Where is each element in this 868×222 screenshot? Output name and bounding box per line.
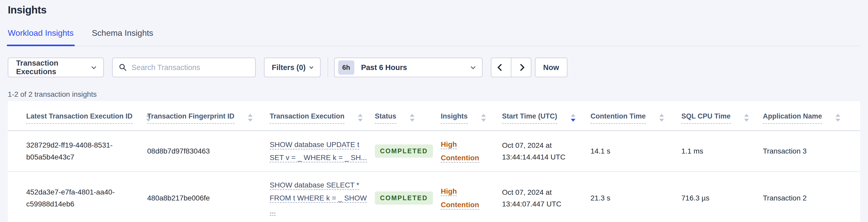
status-badge: COMPLETED <box>375 145 433 158</box>
column-header-application-name[interactable]: Application Name <box>763 101 860 131</box>
time-range-dropdown[interactable]: 6h Past 6 Hours <box>334 58 483 77</box>
insights-table-card: Latest Transaction Execution ID Transact… <box>8 101 860 222</box>
insights-tabs: Workload Insights Schema Insights <box>8 28 860 46</box>
cell-execution-id: 452da3e7-e7fa-4801-aa40- c59988d14eb6 <box>8 172 147 222</box>
chevron-right-icon <box>517 64 525 71</box>
statement-link[interactable]: SHOW database SELECT * <box>270 181 359 190</box>
sort-icon <box>358 114 363 122</box>
status-badge: COMPLETED <box>375 191 433 204</box>
cell-fingerprint-id: 480a8b217be006fe <box>147 172 270 222</box>
transaction-insights-table: Latest Transaction Execution ID Transact… <box>8 101 860 222</box>
previous-time-range-button[interactable] <box>491 58 512 77</box>
statement-link[interactable]: SET v = _ WHERE k = _ SH... <box>270 154 367 162</box>
chevron-down-icon <box>471 64 475 69</box>
column-header-status[interactable]: Status <box>375 101 441 131</box>
cell-application-name: Transaction 2 <box>763 172 860 222</box>
cell-contention-time: 14.1 s <box>591 131 681 172</box>
column-header-start-time[interactable]: Start Time (UTC) <box>502 101 591 131</box>
table-row: 328729d2-ff19-4408-8531- b05a5b4e43c7 08… <box>8 131 860 172</box>
time-range-pager <box>491 58 531 77</box>
page-title: Insights <box>8 0 860 16</box>
search-box[interactable] <box>112 58 256 77</box>
toolbar: Transaction Executions Filters (0) 6h Pa… <box>8 58 860 77</box>
results-summary: 1-2 of 2 transaction insights <box>8 90 860 99</box>
cell-insights: High Contention <box>441 172 502 222</box>
search-input[interactable] <box>132 63 249 72</box>
now-button-label: Now <box>543 63 559 72</box>
cell-status: COMPLETED <box>375 172 441 222</box>
column-header-contention-time[interactable]: Contention Time <box>591 101 681 131</box>
sort-icon <box>410 114 414 122</box>
chevron-down-icon <box>309 65 313 69</box>
tab-schema-insights[interactable]: Schema Insights <box>92 28 153 45</box>
column-header-sql-cpu-time[interactable]: SQL CPU Time <box>681 101 763 131</box>
cell-sql-cpu-time: 716.3 µs <box>681 172 763 222</box>
cell-transaction-execution: SHOW database UPDATE t SET v = _ WHERE k… <box>270 131 375 172</box>
cell-insights: High Contention <box>441 131 502 172</box>
next-time-range-button[interactable] <box>511 58 531 77</box>
cell-status: COMPLETED <box>375 131 441 172</box>
workload-type-dropdown-label: Transaction Executions <box>16 59 92 76</box>
cell-execution-id: 328729d2-ff19-4408-8531- b05a5b4e43c7 <box>8 131 147 172</box>
cell-fingerprint-id: 08d8b7d97f830463 <box>147 131 270 172</box>
table-row: 452da3e7-e7fa-4801-aa40- c59988d14eb6 48… <box>8 172 860 222</box>
cell-start-time: Oct 07, 2024 at 13:44:07.447 UTC <box>502 172 591 222</box>
column-header-insights[interactable]: Insights <box>441 101 502 131</box>
cell-sql-cpu-time: 1.1 ms <box>681 131 763 172</box>
sort-icon <box>481 114 486 122</box>
filters-button-label: Filters (0) <box>272 63 306 72</box>
cell-application-name: Transaction 3 <box>763 131 860 172</box>
sort-icon <box>248 114 253 122</box>
time-range-label: Past 6 Hours <box>361 63 465 72</box>
statement-link[interactable]: FROM t WHERE k = _ SHOW <box>270 194 367 203</box>
insight-link[interactable]: Contention <box>441 154 479 163</box>
cell-contention-time: 21.3 s <box>591 172 681 222</box>
cell-transaction-execution: SHOW database SELECT * FROM t WHERE k = … <box>270 172 375 222</box>
insight-link[interactable]: High <box>441 140 457 149</box>
cell-start-time: Oct 07, 2024 at 13:44:14.4414 UTC <box>502 131 591 172</box>
column-header-latest-transaction-execution-id[interactable]: Latest Transaction Execution ID <box>8 101 147 131</box>
search-icon <box>119 63 127 72</box>
column-header-transaction-execution[interactable]: Transaction Execution <box>270 101 375 131</box>
insight-link[interactable]: Contention <box>441 201 479 210</box>
chevron-left-icon <box>497 64 505 71</box>
column-header-transaction-fingerprint-id[interactable]: Transaction Fingerprint ID <box>147 101 270 131</box>
statement-link[interactable]: SHOW database UPDATE t <box>270 140 359 149</box>
time-range-badge: 6h <box>338 60 354 75</box>
tab-workload-insights[interactable]: Workload Insights <box>8 28 74 45</box>
table-header-row: Latest Transaction Execution ID Transact… <box>8 101 860 131</box>
statement-link[interactable]: ... <box>270 207 276 216</box>
chevron-down-icon <box>91 64 96 69</box>
toolbar-divider <box>328 58 328 77</box>
filters-button[interactable]: Filters (0) <box>264 58 320 77</box>
sort-icon <box>744 114 749 122</box>
sort-icon <box>836 114 840 122</box>
now-button[interactable]: Now <box>535 58 567 77</box>
sort-desc-icon <box>571 114 576 122</box>
workload-type-dropdown[interactable]: Transaction Executions <box>8 58 104 77</box>
insight-link[interactable]: High <box>441 187 457 196</box>
sort-icon <box>659 114 664 122</box>
